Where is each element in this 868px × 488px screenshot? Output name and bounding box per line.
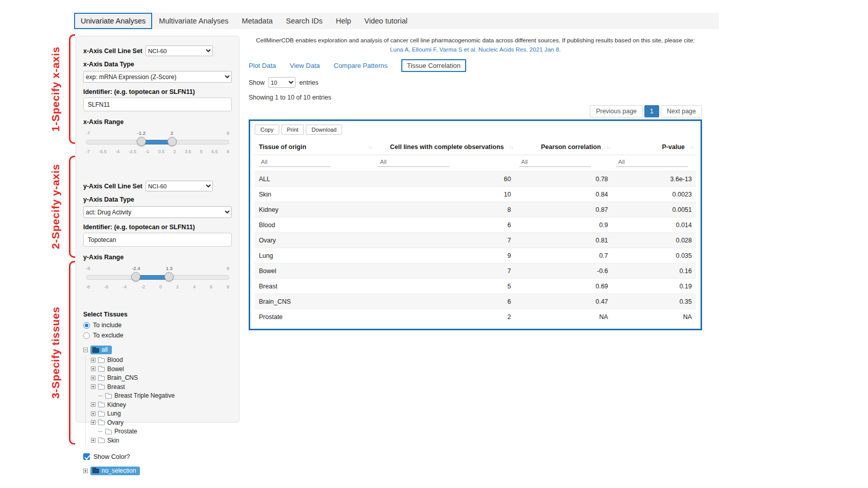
expand-icon[interactable] [91, 358, 95, 362]
tree-node-no-selection[interactable]: no_selection [83, 467, 232, 476]
column-header[interactable]: Cell lines with complete observations [374, 139, 515, 155]
tree-node-all-chip[interactable]: all [90, 346, 112, 354]
showing-entries-text: Showing 1 to 10 of 10 entries [249, 94, 702, 101]
tissue-mode-radio[interactable]: To include [83, 320, 232, 330]
x-data-type-label: x-Axis Data Type [83, 61, 232, 68]
next-page-button[interactable]: Next page [661, 105, 702, 117]
table-row: Breast 5 0.69 0.19 [255, 279, 696, 294]
y-cell-line-set-select[interactable]: NCI-60 [146, 181, 213, 191]
tree-node[interactable]: Kidney [91, 400, 232, 409]
x-range-slider[interactable]: -7 -1.2 2 8 -7-5.5-4-2.5-10.523.556.58 [86, 137, 229, 160]
slider-tick-label: 6 [210, 284, 212, 289]
y-cell-line-set-label: y-Axis Cell Line Set [83, 183, 142, 190]
tree-node-label: Bowel [107, 365, 124, 373]
folder-icon [98, 438, 105, 443]
y-range-slider[interactable]: -8 -2.4 1.3 8 -8-6-4-202468 [86, 272, 229, 296]
pearson-cell: 0.87 [515, 202, 612, 217]
sort-icon[interactable] [509, 144, 513, 150]
expand-icon[interactable] [91, 376, 95, 380]
collapse-icon[interactable] [83, 348, 88, 352]
sort-icon[interactable] [606, 144, 610, 150]
x-slider-handle-to[interactable] [167, 137, 177, 146]
cell-lines-cell: 2 [374, 309, 515, 325]
y-identifier-label: Identifier: (e.g. topotecan or SLFN11) [83, 224, 232, 231]
y-slider-handle-from[interactable] [131, 272, 140, 281]
y-slider-handle-to[interactable] [164, 272, 174, 281]
folder-icon [98, 367, 105, 372]
y-data-type-select[interactable]: act: Drug Activity [83, 206, 232, 218]
y-identifier-input[interactable] [83, 233, 232, 247]
sort-icon[interactable] [690, 144, 694, 150]
export-buttons: Copy Print Download [255, 125, 696, 135]
previous-page-button[interactable]: Previous page [590, 105, 643, 117]
subtab[interactable]: Plot Data [249, 62, 276, 69]
radio-icon[interactable] [83, 322, 90, 329]
tree-node[interactable]: Breast [91, 382, 232, 392]
tree-node[interactable]: Brain_CNS [91, 374, 232, 383]
column-header[interactable]: P-value [612, 139, 696, 155]
tissue-mode-radios: To include To exclude [83, 320, 232, 340]
table-row: Blood 6 0.9 0.014 [255, 217, 696, 233]
citation-link[interactable]: Luna A, Elloumi F, Varma S et al. Nuclei… [390, 46, 561, 53]
tree-node[interactable]: Breast Triple Negative [91, 392, 232, 401]
tree-node[interactable]: Ovary [91, 418, 232, 427]
filter-cell [255, 155, 374, 172]
show-color-checkbox[interactable]: Show Color? [83, 453, 232, 460]
tree-node[interactable]: Lung [91, 409, 232, 419]
nav-tab[interactable]: Video tutorial [358, 13, 414, 29]
annotation-bracket-x [69, 34, 75, 144]
column-filter-input[interactable] [378, 157, 449, 167]
slider-tick-label: 6.5 [211, 149, 218, 154]
nav-tab[interactable]: Univariate Analyses [74, 13, 152, 29]
column-filter-input[interactable] [259, 157, 330, 167]
x-identifier-input[interactable] [83, 97, 232, 111]
subtab[interactable]: View Data [290, 62, 320, 69]
tree-node-no-selection-chip[interactable]: no_selection [90, 467, 140, 475]
expand-icon[interactable] [91, 438, 95, 443]
column-header[interactable]: Tissue of origin [255, 139, 374, 155]
tree-node[interactable]: Skin [91, 436, 232, 445]
export-button[interactable]: Copy [255, 125, 279, 135]
sort-icon[interactable] [368, 144, 372, 150]
tree-node[interactable]: Bowel [91, 364, 232, 374]
tissue-cell: Breast [255, 279, 374, 294]
column-header[interactable]: Pearson correlation [515, 139, 612, 155]
tissue-mode-radio[interactable]: To exclude [83, 330, 232, 340]
tree-node-label: no_selection [102, 467, 136, 474]
expand-icon[interactable] [91, 420, 95, 425]
expand-icon[interactable] [91, 411, 95, 416]
radio-icon[interactable] [83, 332, 90, 339]
tree-node-label: Lung [107, 410, 121, 417]
folder-icon [92, 469, 99, 473]
x-cell-line-set-select[interactable]: NCI-60 [146, 45, 213, 56]
y-slider-min-label: -8 [86, 265, 90, 271]
expand-icon[interactable] [91, 384, 95, 389]
expand-icon[interactable] [83, 469, 88, 473]
subtab[interactable]: Compare Patterns [334, 62, 388, 69]
x-data-type-select[interactable]: exp: mRNA Expression (Z-Score) [83, 71, 232, 83]
tree-node-all[interactable]: all [83, 346, 232, 355]
export-button[interactable]: Print [281, 125, 304, 135]
nav-tab[interactable]: Metadata [235, 13, 279, 29]
entries-per-page-select[interactable]: 10 [268, 77, 296, 88]
subtab[interactable]: Tissue Correlation [401, 59, 466, 72]
column-filter-input[interactable] [519, 157, 591, 167]
tree-node[interactable]: Blood [91, 356, 232, 365]
nav-tab[interactable]: Help [329, 13, 358, 29]
tree-node[interactable]: Prostate [91, 427, 232, 436]
nav-tab[interactable]: Multivariate Analyses [152, 13, 235, 29]
column-filter-input[interactable] [616, 157, 688, 167]
folder-icon [98, 376, 105, 381]
radio-label: To include [93, 322, 122, 329]
checkbox-icon[interactable] [83, 453, 90, 460]
nav-tab[interactable]: Search IDs [279, 13, 329, 29]
tissue-section: Select Tissues To include To exclude [83, 311, 232, 475]
current-page-button[interactable]: 1 [644, 105, 659, 117]
x-slider-handle-from[interactable] [137, 137, 146, 146]
export-button[interactable]: Download [306, 125, 342, 135]
folder-icon [98, 421, 105, 425]
tissue-tree-children: Blood Bowel [85, 356, 232, 445]
pearson-cell: NA [515, 309, 612, 325]
expand-icon[interactable] [91, 367, 95, 371]
expand-icon[interactable] [91, 402, 95, 407]
